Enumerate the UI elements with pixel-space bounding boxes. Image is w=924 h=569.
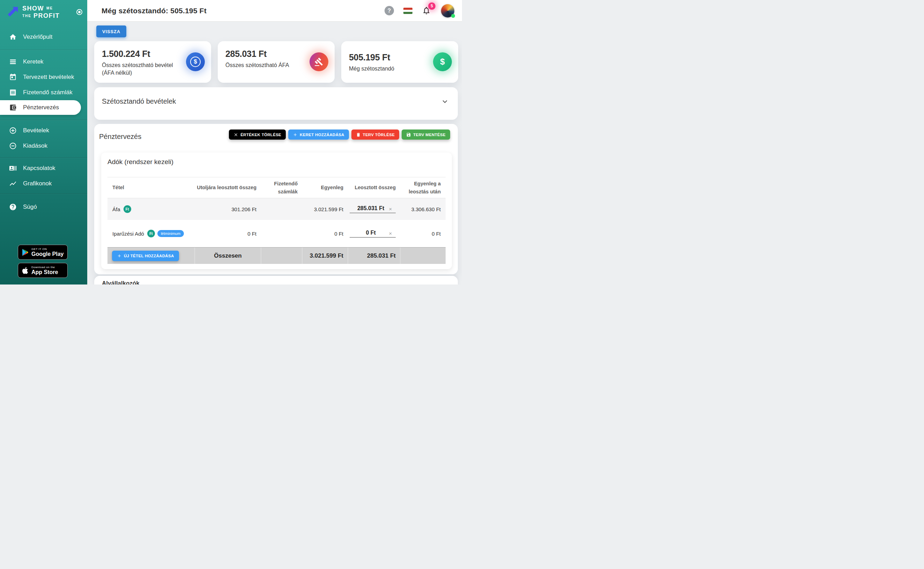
hungarian-flag-icon[interactable] — [404, 8, 413, 14]
cell-egyenleg: 0 Ft — [302, 231, 347, 237]
logo-arrow-icon — [7, 6, 19, 18]
save-icon — [406, 132, 411, 137]
sidebar-collapse-icon[interactable] — [76, 9, 82, 15]
sidebar-item-kapcsolatok[interactable]: Kapcsolatok — [0, 161, 87, 176]
col-leosztott: Leosztott összeg — [347, 184, 400, 191]
sidebar-item-kiadasok[interactable]: Kiadások — [0, 138, 87, 154]
badge-line2: Google Play — [32, 251, 64, 257]
add-frame-button[interactable]: KERET HOZZÁADÁSA — [288, 129, 349, 140]
footer-leosztott-total: 285.031 Ft — [347, 248, 400, 264]
money-circle-icon: $ — [186, 52, 205, 71]
app-store-badge[interactable]: Download on the App Store — [18, 263, 68, 278]
plus-icon — [117, 253, 122, 258]
logo[interactable]: SHOWME THEPROFIT — [0, 0, 87, 24]
logo-word-show: SHOW — [22, 5, 44, 12]
sidebar-item-bevetelek[interactable]: Bevételek — [0, 123, 87, 138]
leosztott-input[interactable] — [354, 230, 388, 236]
sidebar-item-keretek[interactable]: Keretek — [0, 54, 87, 70]
online-status-dot — [451, 14, 455, 18]
clear-icon[interactable]: × — [389, 206, 392, 211]
footer-empty — [400, 248, 446, 264]
letminimum-badge: létminimum — [157, 230, 184, 237]
table-footer-row: ÚJ TÉTEL HOZZÁADÁSA Összesen 3.021.599 F… — [108, 247, 446, 264]
sidebar-item-label: Pénztervezés — [23, 104, 59, 111]
sidebar-item-tervezett-bevetelek[interactable]: Tervezett bevételek — [0, 70, 87, 85]
save-plan-button[interactable]: TERV MENTÉSE — [402, 129, 450, 140]
logo-word-profit: PROFIT — [33, 12, 60, 19]
sidebar-item-label: Bevételek — [23, 127, 49, 134]
dollar-circle-icon: $ — [433, 52, 452, 71]
logo-word-me: ME — [46, 6, 53, 10]
contacts-icon — [9, 164, 17, 172]
leosztott-input-wrap: × — [350, 205, 396, 213]
sidebar: SHOWME THEPROFIT Vezérlőpult Keretek Ter… — [0, 0, 87, 284]
close-icon — [234, 132, 238, 137]
szetosztando-bevetelek-accordion[interactable]: Szétosztandó bevételek — [94, 87, 458, 120]
calendar-icon — [9, 73, 17, 81]
cell-egyenleg-utan: 3.306.630 Ft — [400, 206, 446, 212]
plus-icon — [293, 132, 297, 137]
plan-actions: ÉRTÉKEK TÖRLÉSE KERET HOZZÁADÁSA TERV TÖ… — [229, 129, 450, 140]
adok-table-card: Adók (rendszer kezeli) Tétel Utoljára le… — [101, 152, 452, 269]
table-row-iparuzesi-ado: Iparűzési Adó Ft létminimum 0 Ft 0 Ft × … — [108, 220, 446, 247]
cell-utoljara: 0 Ft — [194, 231, 261, 237]
page-title: Még szétosztandó: 505.195 Ft — [102, 7, 206, 15]
sidebar-item-label: Tervezett bevételek — [23, 74, 74, 81]
help-button[interactable]: ? — [385, 6, 394, 15]
minus-circle-icon — [9, 142, 17, 150]
sidebar-item-fizetendo-szamlak[interactable]: Fizetendő számlák — [0, 85, 87, 100]
sidebar-item-penztervezes[interactable]: Pénztervezés — [0, 100, 81, 115]
stat-label: Összes szétosztható ÁFA — [225, 61, 300, 69]
leosztott-input[interactable] — [354, 205, 388, 211]
chart-icon — [9, 180, 17, 187]
sidebar-divider — [0, 157, 87, 158]
leosztott-input-wrap: × — [350, 230, 396, 238]
notifications-button[interactable]: 5 — [422, 6, 432, 16]
stat-label: Még szétosztandó — [349, 65, 424, 73]
badge-line1: Download on the — [32, 266, 58, 269]
notification-badge: 5 — [428, 2, 435, 10]
button-label: ÚJ TÉTEL HOZZÁADÁSA — [124, 254, 174, 258]
table-title: Adók (rendszer kezeli) — [108, 158, 446, 166]
add-item-button[interactable]: ÚJ TÉTEL HOZZÁADÁSA — [112, 251, 179, 261]
google-play-badge[interactable]: GET IT ON Google Play — [18, 245, 68, 260]
col-egyenleg: Egyenleg — [302, 184, 347, 191]
receipt-icon — [9, 89, 17, 96]
sidebar-item-label: Grafikonok — [23, 180, 52, 187]
stat-label: Összes szétosztható bevétel (ÁFA nélkül) — [102, 61, 177, 77]
apple-icon — [22, 267, 29, 274]
stat-card-osszes-afa: 285.031 Ft Összes szétosztható ÁFA — [218, 41, 335, 83]
main-content: VISSZA 1.500.224 Ft Összes szétosztható … — [87, 22, 462, 284]
delete-plan-button[interactable]: TERV TÖRLÉSE — [351, 129, 399, 140]
cell-egyenleg-utan: 0 Ft — [400, 231, 446, 237]
badge-line1: GET IT ON — [32, 248, 64, 251]
sidebar-item-sugo[interactable]: Súgó — [0, 199, 87, 215]
section-title: Alvállalkozók — [102, 280, 458, 284]
sidebar-item-grafikonok[interactable]: Grafikonok — [0, 176, 87, 191]
sidebar-item-vezerlopult[interactable]: Vezérlőpult — [0, 29, 87, 45]
footer-osszesen: Összesen — [194, 248, 261, 264]
button-label: TERV TÖRLÉSE — [363, 132, 395, 137]
trash-icon — [356, 132, 361, 137]
table-header-row: Tétel Utoljára leosztott összeg Fizetend… — [108, 177, 446, 198]
chevron-down-icon[interactable] — [440, 97, 449, 106]
row-label: Iparűzési Adó — [112, 231, 144, 237]
table-row-afa: Áfa Ft 301.206 Ft 3.021.599 Ft × 3.306.6… — [108, 198, 446, 220]
back-button[interactable]: VISSZA — [96, 26, 126, 37]
stat-card-osszes-beveteles: 1.500.224 Ft Összes szétosztható bevétel… — [94, 41, 211, 83]
footer-empty — [261, 248, 302, 264]
clear-values-button[interactable]: ÉRTÉKEK TÖRLÉSE — [229, 129, 286, 140]
col-tetel: Tétel — [108, 184, 194, 191]
clear-icon[interactable]: × — [389, 231, 392, 236]
sidebar-item-label: Fizetendő számlák — [23, 89, 73, 96]
sidebar-item-label: Kiadások — [23, 142, 47, 149]
user-avatar[interactable] — [441, 4, 454, 17]
alvallalkozok-section: Alvállalkozók — [94, 276, 458, 284]
app-window: SHOWME THEPROFIT Vezérlőpult Keretek Ter… — [0, 0, 462, 284]
footer-egyenleg-total: 3.021.599 Ft — [302, 248, 347, 264]
sidebar-divider — [0, 50, 87, 50]
col-utoljara: Utoljára leosztott összeg — [194, 184, 261, 191]
gavel-icon — [310, 52, 328, 71]
stat-card-meg-szetosztando: 505.195 Ft Még szétosztandó $ — [341, 41, 458, 83]
badge-line2: App Store — [32, 269, 58, 275]
